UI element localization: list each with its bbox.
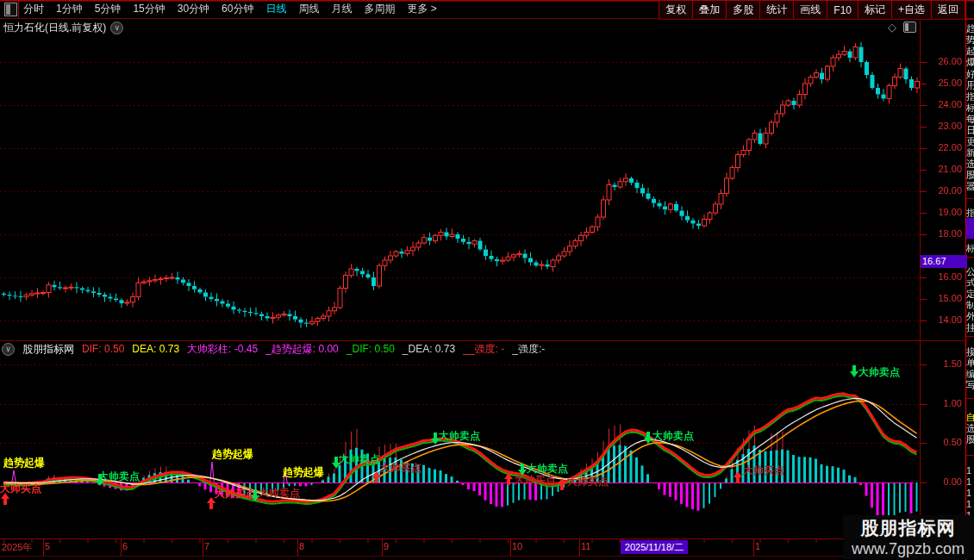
buy-arrow-icon bbox=[558, 478, 566, 484]
side-strip-item: 1 bbox=[966, 488, 971, 498]
price-label: 21.00 bbox=[922, 164, 962, 174]
period-tabs: 分时1分钟5分钟15分钟30分钟60分钟日线周线月线多周期更多 > bbox=[23, 0, 437, 18]
side-strip-item: 写 bbox=[966, 379, 974, 392]
chart-corner-icons: ◇ bbox=[888, 21, 916, 34]
buy-arrow-icon bbox=[504, 473, 513, 479]
side-strip-divider bbox=[966, 336, 974, 337]
price-label: 24.00 bbox=[922, 99, 962, 109]
month-label-9: 9 bbox=[384, 541, 389, 551]
indicator-value: _DIF: 0.50 bbox=[347, 343, 395, 355]
chevron-down-icon[interactable]: ∨ bbox=[110, 22, 123, 34]
month-label-11: 11 bbox=[581, 541, 590, 551]
toolbar-button-多股[interactable]: 多股 bbox=[726, 1, 759, 19]
signal-sell-point: 大帅卖点 bbox=[527, 462, 568, 476]
signal-buy-point: 大帅买点 bbox=[380, 461, 421, 476]
period-tab-周线[interactable]: 周线 bbox=[298, 2, 319, 16]
side-strip-item: 股 bbox=[966, 433, 974, 446]
signal-buy-point: 大帅买点 bbox=[567, 475, 609, 489]
price-label: 26.00 bbox=[922, 56, 962, 66]
toolbar-button-画线[interactable]: 画线 bbox=[793, 1, 827, 19]
side-strip-highlight bbox=[966, 218, 974, 239]
period-tab-月线[interactable]: 月线 bbox=[331, 2, 352, 16]
side-strip-item: 器 bbox=[966, 180, 974, 193]
toolbar-right-buttons: 复权叠加多股统计画线F10标记+自选返回 bbox=[659, 0, 965, 20]
chart-canvas[interactable] bbox=[0, 0, 974, 560]
toolbar-button-标记[interactable]: 标记 bbox=[858, 1, 891, 19]
toolbar-button-叠加[interactable]: 叠加 bbox=[692, 1, 726, 19]
side-strip-item: 挂 bbox=[966, 321, 974, 334]
signal-buy-point: 大帅买点 bbox=[743, 464, 784, 478]
indicator-header: ∨ 股朋指标网 DIF: 0.50DEA: 0.73大帅彩柱: -0.45_趋势… bbox=[2, 342, 545, 356]
side-strip-divider bbox=[966, 257, 974, 258]
side-strip-item: 指 bbox=[966, 207, 974, 220]
period-tab-15分钟[interactable]: 15分钟 bbox=[133, 2, 165, 16]
toolbar-button-复权[interactable]: 复权 bbox=[659, 1, 692, 19]
period-tab-日线[interactable]: 日线 bbox=[265, 2, 286, 16]
month-label-1: 1 bbox=[755, 541, 760, 551]
signal-sell-point: 大帅卖点 bbox=[439, 429, 480, 444]
toolbar-button-F10[interactable]: F10 bbox=[827, 1, 858, 19]
indicator-name: 股朋指标网 bbox=[22, 342, 74, 357]
chart-title: 恒力石化(日线.前复权) bbox=[3, 21, 106, 35]
period-tab-分时[interactable]: 分时 bbox=[23, 2, 44, 16]
side-strip-item: 爆 bbox=[966, 56, 974, 69]
signal-trend-burst: 趋势起爆 bbox=[283, 465, 324, 480]
sell-arrow-icon bbox=[332, 463, 340, 469]
indicator-axis-label: 1.00 bbox=[922, 398, 962, 408]
period-tab-30分钟[interactable]: 30分钟 bbox=[178, 2, 209, 16]
indicator-value: DEA: 0.73 bbox=[132, 343, 179, 355]
watermark: 股朋指标网 www.7gpzb.com bbox=[843, 515, 973, 559]
indicator-value: _DEA: 0.73 bbox=[403, 343, 455, 355]
period-tab-更多 >[interactable]: 更多 > bbox=[407, 2, 436, 16]
indicator-value: _趋势起爆: 0.00 bbox=[265, 342, 339, 357]
window-layout-icon[interactable] bbox=[4, 3, 17, 16]
price-label: 19.00 bbox=[922, 207, 962, 217]
price-label: 22.00 bbox=[922, 142, 962, 152]
side-strip-item: 1 bbox=[966, 476, 971, 487]
signal-sell-point: 大帅卖点 bbox=[858, 365, 900, 380]
buy-arrow-icon bbox=[372, 471, 381, 477]
toolbar-button-+自选[interactable]: +自选 bbox=[891, 1, 931, 19]
price-label: 20.00 bbox=[922, 185, 962, 196]
chevron-down-icon[interactable]: ∨ bbox=[2, 343, 15, 356]
period-tab-1分钟[interactable]: 1分钟 bbox=[56, 2, 83, 16]
sell-arrow-icon bbox=[251, 495, 259, 501]
indicator-axis-label: 0.50 bbox=[922, 437, 962, 447]
indicator-value: __强度: - bbox=[463, 342, 504, 357]
split-view-icon[interactable] bbox=[903, 22, 916, 33]
price-label: 25.00 bbox=[922, 78, 962, 88]
indicator-value: DIF: 0.50 bbox=[82, 343, 124, 355]
watermark-url: www.7gpzb.com bbox=[852, 540, 965, 558]
side-strip-panel[interactable]: 趋势起爆好用指标每日更新选股器指标公式定制外挂接单编写自选股1111111 bbox=[966, 19, 974, 560]
side-strip-divider bbox=[966, 398, 974, 399]
date-highlight: 2025/11/18/二 bbox=[621, 540, 688, 554]
signal-buy-point: 大帅买点 bbox=[215, 487, 256, 501]
indicator-axis-label: 1.50 bbox=[922, 358, 962, 369]
top-toolbar: 分时1分钟5分钟15分钟30分钟60分钟日线周线月线多周期更多 > 复权叠加多股… bbox=[0, 0, 974, 18]
trading-terminal: 分时1分钟5分钟15分钟30分钟60分钟日线周线月线多周期更多 > 复权叠加多股… bbox=[0, 0, 974, 560]
side-strip-item: 标 bbox=[966, 242, 974, 255]
price-label: 16.00 bbox=[922, 271, 962, 282]
sell-arrow-icon bbox=[850, 371, 858, 377]
signal-sell-point: 大帅卖点 bbox=[652, 429, 694, 444]
side-strip-item: 1 bbox=[966, 465, 971, 476]
diamond-icon[interactable]: ◇ bbox=[888, 21, 896, 34]
month-label-7: 7 bbox=[204, 541, 209, 551]
month-label-5: 5 bbox=[45, 541, 50, 551]
year-label: 2025年 bbox=[2, 541, 32, 554]
toolbar-button-返回[interactable]: 返回 bbox=[931, 1, 965, 19]
period-tab-5分钟[interactable]: 5分钟 bbox=[95, 2, 122, 16]
side-strip-divider bbox=[966, 198, 974, 199]
period-tab-多周期[interactable]: 多周期 bbox=[364, 2, 395, 16]
side-strip-divider bbox=[966, 455, 974, 456]
price-label: 15.00 bbox=[922, 293, 962, 303]
period-tab-60分钟[interactable]: 60分钟 bbox=[222, 2, 253, 16]
indicator-value: 大帅彩柱: -0.45 bbox=[187, 342, 258, 357]
toolbar-button-统计[interactable]: 统计 bbox=[759, 1, 793, 19]
signal-trend-burst: 趋势起爆 bbox=[3, 456, 45, 470]
indicator-value: _强度:- bbox=[512, 342, 545, 357]
price-label: 14.00 bbox=[922, 314, 962, 325]
month-label-10: 10 bbox=[512, 541, 522, 551]
sell-arrow-icon bbox=[96, 480, 104, 486]
watermark-site-name: 股朋指标网 bbox=[861, 516, 956, 540]
